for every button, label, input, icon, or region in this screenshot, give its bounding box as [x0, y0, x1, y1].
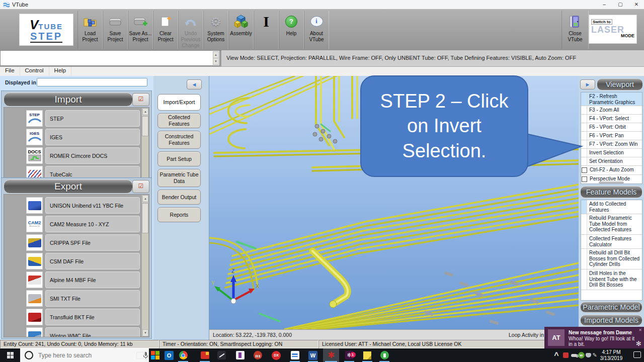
evernote-button[interactable] — [377, 348, 391, 362]
import-scrollbar[interactable]: ▲ ▼ — [142, 108, 148, 188]
active-app-button[interactable]: ✱ — [323, 348, 339, 362]
undo-previous-change-button[interactable]: Undo Previous Change — [178, 11, 203, 49]
text-cursor-icon: I — [263, 12, 269, 31]
export-item-unison[interactable]: UNISON Unibend v11 YBC File — [4, 197, 149, 215]
slack-notification-toast[interactable]: AT New message from Dawne Whoa! Way to g… — [544, 327, 644, 348]
slack-button[interactable]: ✻ 1 — [342, 348, 356, 362]
save-project-button[interactable]: Save Project — [103, 11, 128, 49]
menu-control[interactable]: Control — [20, 67, 49, 76]
action-center-icon[interactable] — [633, 351, 641, 358]
panel-splitter[interactable] — [599, 182, 624, 184]
scroll-up-icon[interactable]: ▲ — [142, 108, 148, 115]
cmd-vport-select[interactable]: F4 - VPort: Select — [581, 115, 642, 123]
taskbar-search[interactable] — [20, 348, 149, 362]
microsoft-store-button[interactable] — [148, 348, 162, 362]
export-item-csm[interactable]: CSM DAF File — [4, 252, 149, 271]
tray-red-utility-icon[interactable] — [561, 348, 570, 362]
export-options-button[interactable]: ☑ — [132, 180, 149, 193]
message-log-box[interactable]: ▲ ▼ — [0, 50, 220, 66]
cmd-drill-holes-unbent-tube[interactable]: Drill Holes in the Unbent Tube with the … — [581, 269, 642, 290]
clear-project-button[interactable]: Clear Project — [153, 11, 178, 49]
cmd-collected-features-calculator[interactable]: Collected Features Calculator — [581, 235, 642, 249]
checkbox-auto-zoom[interactable]: Ctrl-F2 - Auto Zoom — [581, 166, 642, 175]
tab-parametric-tube-data[interactable]: Parametric Tube Data — [157, 169, 201, 187]
load-project-button[interactable]: Load Project — [77, 11, 103, 49]
checkbox-icon[interactable] — [582, 176, 587, 182]
save-as-project-button[interactable]: Save As... Project — [128, 11, 153, 49]
red-notes-app-button[interactable] — [198, 348, 212, 362]
toast-close-icon[interactable]: ✕ — [638, 328, 642, 332]
vtube-taskbar-button[interactable] — [288, 348, 302, 362]
viewport-header-button[interactable]: Viewport — [597, 78, 643, 90]
tab-bender-output[interactable]: Bender Output — [157, 190, 201, 205]
tab-constructed-features[interactable]: Constructed Features — [157, 131, 201, 149]
feature-models-header-button[interactable]: Feature Models — [580, 186, 642, 198]
search-input[interactable] — [37, 351, 130, 359]
start-button[interactable] — [0, 348, 20, 362]
scroll-down-icon[interactable]: ▼ — [142, 329, 148, 336]
cmd-add-to-collected-features[interactable]: Add to Collected Features — [581, 200, 642, 214]
cmd-zoom-all[interactable]: F3 - Zoom All — [581, 106, 642, 115]
import-item-iges[interactable]: IGES IGES — [4, 128, 149, 147]
import-item-romer-docs[interactable]: DOCS ROMER Cimcore DOCS — [4, 147, 149, 165]
switch-to-laser-mode-button[interactable]: Switch to LASER MODE — [589, 15, 637, 44]
scroll-up-icon[interactable]: ▲ — [213, 51, 219, 58]
export-header-button[interactable]: Export — [4, 179, 133, 194]
menu-file[interactable]: File — [0, 67, 20, 76]
maximize-button[interactable]: ▢ — [613, 0, 628, 9]
displayed-in-ui-input[interactable] — [37, 78, 147, 86]
snagit-button[interactable] — [214, 348, 228, 362]
taskbar-clock[interactable]: 4:17 PM 3/13/2019 — [596, 348, 627, 362]
outlook-button[interactable]: O — [162, 348, 176, 362]
sticky-notes-button[interactable] — [360, 348, 374, 362]
export-item-alpine[interactable]: Alpine M4 MBF File — [4, 271, 149, 290]
export-item-crippa[interactable]: CRIPPA SPF File — [4, 234, 149, 252]
about-vtube-button[interactable]: i About VTube — [304, 11, 329, 49]
export-item-winton[interactable]: Winton WMC File — [4, 327, 149, 337]
menu-help[interactable]: Help — [49, 67, 72, 76]
tab-reports[interactable]: Reports — [157, 207, 201, 222]
expand-panel-button[interactable]: ► — [580, 79, 595, 89]
tab-collected-features[interactable]: Collected Features — [157, 113, 201, 128]
checklist-icon: ☑ — [138, 96, 144, 103]
cmd-vport-zoom-win[interactable]: F7 - VPort: Zoom Win — [581, 140, 642, 149]
cmd-set-orientation[interactable]: Set Orientation — [581, 157, 642, 166]
imported-models-header-button[interactable]: Imported Models — [580, 315, 642, 326]
scrollbar-thumb[interactable] — [142, 116, 148, 136]
collapse-panel-button[interactable]: ◄ — [187, 79, 202, 89]
bank-app-button[interactable] — [251, 348, 265, 362]
scroll-down-icon[interactable]: ▼ — [213, 58, 219, 65]
cmd-vport-orbit[interactable]: F5 - VPort: Orbit — [581, 123, 642, 132]
import-item-step[interactable]: STEP STEP — [4, 110, 149, 128]
export-item-cam2[interactable]: CAM2 Measure 10 CAM2 Measure 10 - XYZ — [4, 215, 149, 234]
help-button[interactable]: ? Help — [279, 11, 304, 49]
assembly-button[interactable]: Assembly — [228, 11, 254, 49]
system-options-button[interactable]: ⚙ System Options — [203, 11, 228, 49]
tab-part-setup[interactable]: Part Setup — [157, 151, 201, 166]
usb-tool-button[interactable] — [233, 348, 247, 362]
import-options-button[interactable]: ☑ — [132, 93, 149, 106]
chrome-button[interactable] — [176, 348, 190, 362]
cmd-refresh-parametric-graphics[interactable]: F2 - Refresh Parametric Graphics — [581, 93, 642, 106]
close-vtube-button[interactable]: Close VTube — [561, 11, 589, 49]
scroll-up-icon[interactable]: ▲ — [142, 195, 148, 202]
export-item-smi[interactable]: SMI TXT File — [4, 290, 149, 308]
export-item-transfluid[interactable]: Transfluid BKT File — [4, 308, 149, 327]
import-header-button[interactable]: Import — [4, 93, 133, 107]
minimize-button[interactable]: – — [597, 0, 612, 9]
scrollbar-thumb[interactable] — [142, 203, 148, 233]
close-button[interactable]: ✕ — [629, 0, 644, 9]
word-button[interactable]: W — [306, 348, 320, 362]
cmd-vport-pan[interactable]: F6 - VPort: Pan — [581, 132, 642, 140]
parametric-model-header-button[interactable]: Parametric Model — [580, 302, 642, 313]
tray-show-hidden-icons[interactable]: ^ — [552, 348, 560, 362]
axis-z-label: Z — [231, 268, 234, 274]
export-scrollbar[interactable]: ▲ ▼ — [142, 195, 148, 336]
dx-app-button[interactable]: DX — [269, 348, 283, 362]
task-view-button[interactable] — [134, 348, 148, 362]
cmd-rebuild-drill-bit-bosses[interactable]: Rebuild all Drill Bit Bosses from Collec… — [581, 249, 642, 269]
tab-import-export[interactable]: Import/Export — [157, 94, 201, 111]
cmd-rebuild-parametric-tube-model[interactable]: Rebuild Parametric Tube Model from Colle… — [581, 214, 642, 235]
vtube-step-logo: VTUBE STEP — [19, 14, 73, 46]
cmd-invert-selection[interactable]: Invert Selection — [581, 149, 642, 157]
